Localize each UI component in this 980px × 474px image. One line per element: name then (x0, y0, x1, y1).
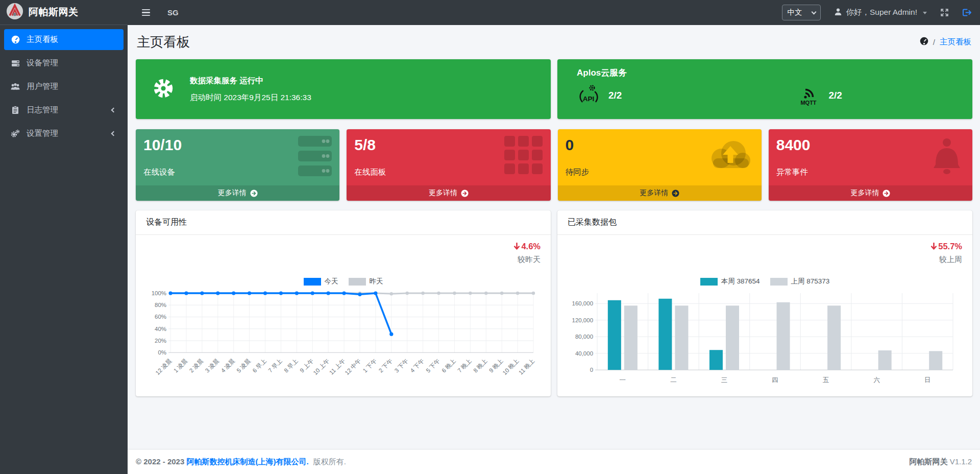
sidebar-item-label: 设备管理 (27, 58, 117, 68)
svg-text:API: API (583, 95, 595, 103)
sidebar-nav: 主页看板 设备管理 (0, 25, 128, 151)
arrow-circle-right-icon (883, 189, 890, 197)
mqtt-signal-icon: MQTT (799, 83, 821, 108)
svg-text:MQTT: MQTT (800, 100, 816, 106)
svg-text:四: 四 (772, 376, 778, 384)
collected-packets-card: 已采集数据包 55.7% 较上周 本周 387654 上周 87537 (557, 210, 972, 396)
api-status-value: 2/2 (608, 90, 622, 101)
hamburger-icon (142, 9, 150, 11)
footer-copyright: © 2022 - 2023 阿帕斯数控机床制造(上海)有限公司. 版权所有. (136, 457, 346, 467)
availability-chart-svg: 0%20%40%60%80%100%12 凌晨1 凌晨2 凌晨3 凌晨4 凌晨5… (146, 288, 541, 393)
logo-icon (6, 3, 23, 22)
svg-text:8 早上: 8 早上 (283, 358, 299, 374)
company-link[interactable]: 阿帕斯数控机床制造(上海)有限公司. (186, 457, 308, 466)
fullscreen-button[interactable] (940, 8, 949, 17)
logout-button[interactable] (962, 8, 972, 17)
svg-text:12 中午: 12 中午 (344, 358, 362, 376)
sidebar-item-logs[interactable]: 日志管理 (4, 100, 124, 121)
svg-text:11 晚上: 11 晚上 (518, 358, 535, 375)
svg-text:10 上午: 10 上午 (312, 358, 331, 376)
nav-link-sg[interactable]: SG (167, 8, 179, 17)
availability-legend: 今天 昨天 (146, 277, 541, 286)
user-greeting: 你好，Super Admin! (846, 7, 917, 18)
chevron-left-icon (111, 108, 116, 113)
brand-title: 阿帕斯网关 (29, 6, 79, 19)
server-icon (10, 59, 20, 67)
stat-box-online-devices: 10/10 在线设备 (136, 129, 339, 201)
logout-icon (962, 8, 972, 17)
clipboard-icon (10, 106, 20, 114)
availability-line-chart: 0%20%40%60%80%100%12 凌晨1 凌晨2 凌晨3 凌晨4 凌晨5… (146, 288, 541, 393)
sidebar-item-users[interactable]: 用户管理 (4, 76, 124, 97)
arrow-circle-right-icon (250, 189, 258, 197)
svg-text:0: 0 (590, 367, 593, 373)
tachometer-icon (10, 35, 20, 44)
service-status-banner: 数据采集服务 运行中 启动时间 2023年9月25日 21:36:33 (136, 59, 551, 119)
svg-text:4 下午: 4 下午 (409, 358, 425, 374)
svg-text:0%: 0% (158, 349, 166, 356)
server-stack-icon (298, 136, 332, 181)
arrow-down-icon (930, 243, 937, 250)
brand[interactable]: 阿帕斯网关 (0, 0, 128, 25)
svg-text:7 早上: 7 早上 (267, 358, 283, 374)
svg-text:1 下午: 1 下午 (362, 358, 378, 374)
sidebar-item-label: 日志管理 (27, 105, 106, 115)
svg-text:6 早上: 6 早上 (251, 358, 267, 374)
arrow-circle-right-icon (461, 189, 469, 197)
svg-text:六: 六 (873, 376, 879, 384)
svg-text:80%: 80% (155, 302, 166, 308)
svg-text:三: 三 (721, 376, 728, 384)
service-status-title: 数据采集服务 运行中 (190, 76, 311, 86)
sidebar-item-label: 用户管理 (27, 81, 117, 92)
more-details-link[interactable]: 更多详情 (769, 185, 972, 201)
cloud-service-banner: Aplos云服务 API 2/2 (557, 59, 972, 119)
svg-text:3 下午: 3 下午 (394, 358, 410, 374)
user-icon (834, 8, 842, 18)
content-area: 主页看板 / 主页看板 (128, 25, 980, 449)
language-select[interactable]: 中文 (782, 5, 821, 20)
svg-text:12 凌晨: 12 凌晨 (154, 358, 173, 376)
top-navbar: SG 中文 你好，Super Admin! (128, 0, 980, 25)
sidebar-item-settings[interactable]: 设置管理 (4, 123, 124, 144)
stat-box-online-panels: 5/8 在线面板 更多详情 (347, 129, 550, 201)
sidebar-item-devices[interactable]: 设备管理 (4, 53, 124, 74)
sidebar-item-label: 设置管理 (27, 128, 106, 139)
svg-text:一: 一 (620, 376, 626, 384)
svg-text:80,000: 80,000 (575, 334, 593, 340)
users-icon (10, 82, 20, 91)
packets-chart-svg: 040,00080,000120,000160,000一二三四五六日 (568, 288, 962, 393)
bell-icon (929, 136, 965, 180)
svg-text:160,000: 160,000 (572, 300, 593, 306)
sidebar-toggle-button[interactable] (141, 7, 151, 18)
svg-text:6 晚上: 6 晚上 (440, 358, 457, 374)
mqtt-status-value: 2/2 (829, 90, 842, 101)
svg-text:11 上午: 11 上午 (328, 358, 346, 375)
cloud-service-title: Aplos云服务 (577, 67, 972, 79)
user-menu[interactable]: 你好，Super Admin! (834, 7, 927, 18)
legend-swatch-this-week (700, 278, 718, 286)
legend-swatch-last-week (770, 278, 788, 286)
page-footer: © 2022 - 2023 阿帕斯数控机床制造(上海)有限公司. 版权所有. 阿… (128, 449, 980, 474)
more-details-link[interactable]: 更多详情 (136, 185, 339, 201)
gear-icon (151, 76, 176, 103)
sidebar-item-dashboard[interactable]: 主页看板 (4, 29, 124, 50)
api-cloud-icon: API (577, 84, 600, 107)
availability-compare-label: 较昨天 (146, 255, 541, 265)
packets-delta: 55.7% 较上周 (568, 242, 962, 265)
gears-icon (10, 129, 20, 138)
footer-version: 阿帕斯网关 V1.1.2 (909, 457, 972, 467)
svg-text:40,000: 40,000 (575, 350, 593, 357)
svg-text:3 凌晨: 3 凌晨 (204, 358, 220, 374)
svg-text:日: 日 (924, 376, 931, 384)
more-details-link[interactable]: 更多详情 (347, 185, 550, 201)
sidebar: 阿帕斯网关 主页看板 设备管理 (0, 0, 128, 474)
svg-text:1 凌晨: 1 凌晨 (173, 358, 189, 374)
svg-text:60%: 60% (155, 314, 166, 320)
arrow-down-icon (513, 243, 520, 250)
breadcrumb-current-link[interactable]: 主页看板 (940, 37, 971, 48)
breadcrumb: / 主页看板 (920, 37, 971, 48)
more-details-link[interactable]: 更多详情 (558, 185, 762, 201)
svg-text:10 晚上: 10 晚上 (501, 358, 520, 376)
device-availability-card: 设备可用性 4.6% 较昨天 今天 昨天 (136, 210, 551, 396)
svg-text:2 凌晨: 2 凌晨 (188, 358, 205, 374)
